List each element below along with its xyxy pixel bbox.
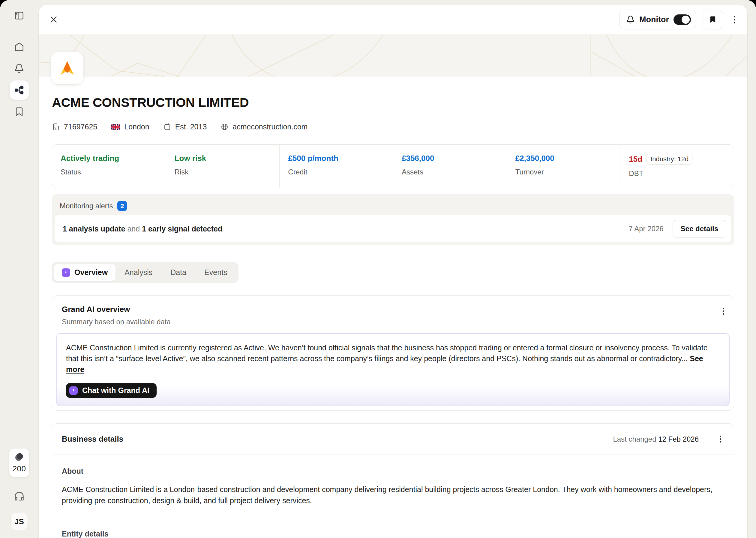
- stat-turnover: £2,350,000 Turnover: [507, 145, 620, 188]
- stats-bar: Actively trading Status Low risk Risk £5…: [52, 144, 734, 188]
- monitor-toggle[interactable]: [674, 15, 691, 25]
- bookmark-icon: [14, 107, 24, 117]
- sidebar-item-companies[interactable]: [10, 81, 29, 100]
- window-corner: [747, 0, 756, 9]
- tab-data[interactable]: Data: [162, 264, 195, 281]
- ai-card-title: Grand AI overview: [62, 305, 724, 314]
- stat-status: Actively trading Status: [52, 145, 166, 188]
- tab-label: Overview: [74, 268, 108, 277]
- header-banner: [39, 34, 747, 77]
- stat-dbt: 15d Industry: 12d DBT: [620, 145, 734, 188]
- stat-label: DBT: [629, 169, 726, 178]
- business-details-body: About ACME Construction Limited is a Lon…: [52, 455, 734, 538]
- calendar-icon: [163, 123, 171, 131]
- business-details-card: Business details Last changed 12 Feb 202…: [52, 423, 734, 538]
- banner-pattern: [39, 35, 747, 77]
- stat-value: Actively trading: [61, 154, 158, 163]
- globe-icon: [220, 123, 229, 131]
- sidebar-toggle-button[interactable]: [10, 6, 29, 25]
- arrow-logo-icon: [59, 59, 76, 77]
- page-title: ACME CONSTRUCTION LIMITED: [52, 95, 734, 110]
- ai-card-header: Grand AI overview Summary based on avail…: [52, 296, 734, 332]
- company-website[interactable]: acmeconstruction.com: [220, 123, 307, 131]
- window-corner: [0, 0, 9, 9]
- monitoring-alerts-header: Monitoring alerts 2: [55, 197, 731, 215]
- alert-date: 7 Apr 2026: [629, 225, 663, 233]
- stat-risk: Low risk Risk: [166, 145, 280, 188]
- content: ACME CONSTRUCTION LIMITED 71697625: [39, 95, 747, 538]
- sparkle-icon: [62, 268, 70, 277]
- entity-details-heading: Entity details: [62, 530, 724, 538]
- company-location: London: [111, 123, 149, 131]
- company-established-value: Est. 2013: [175, 123, 207, 131]
- company-number: 71697625: [52, 123, 97, 131]
- building-icon: [52, 123, 60, 131]
- close-icon: [50, 16, 58, 24]
- grand-ai-overview-card: Grand AI overview Summary based on avail…: [52, 296, 734, 411]
- stat-value: Low risk: [174, 154, 271, 163]
- company-location-value: London: [124, 123, 149, 131]
- user-avatar[interactable]: JS: [11, 513, 28, 530]
- alert-row[interactable]: 1 analysis update and 1 early signal det…: [55, 215, 731, 242]
- tab-overview[interactable]: Overview: [54, 264, 116, 281]
- company-logo: [51, 52, 84, 85]
- bell-icon: [14, 63, 24, 74]
- stat-label: Assets: [402, 168, 498, 176]
- business-details-title: Business details: [62, 434, 123, 444]
- support-button[interactable]: [13, 491, 25, 503]
- sidebar-item-home[interactable]: [10, 37, 29, 56]
- industry-dbt-badge: Industry: 12d: [646, 154, 692, 165]
- ai-card-subtitle: Summary based on available data: [62, 318, 724, 326]
- tab-analysis[interactable]: Analysis: [116, 264, 162, 281]
- topbar: Monitor: [39, 5, 747, 34]
- alert-summary: 1 analysis update and 1 early signal det…: [63, 225, 222, 233]
- chat-with-grand-ai-button[interactable]: Chat with Grand AI: [66, 383, 157, 398]
- chat-button-label: Chat with Grand AI: [82, 386, 149, 395]
- company-profile-panel: Monitor: [38, 4, 748, 538]
- panel-left-icon: [14, 11, 24, 21]
- company-established: Est. 2013: [163, 123, 207, 131]
- alert-summary-part2: 1 early signal detected: [142, 225, 222, 233]
- coin-icon: [14, 453, 24, 462]
- bell-icon: [626, 15, 635, 24]
- monitoring-alerts-title: Monitoring alerts: [60, 202, 113, 210]
- close-button[interactable]: [47, 13, 60, 26]
- hierarchy-icon: [14, 85, 24, 95]
- ai-summary-box: ACME Construction Limited is currently r…: [56, 333, 730, 406]
- sidebar-item-bookmarks[interactable]: [10, 102, 29, 121]
- uk-flag-icon: [111, 124, 120, 130]
- stat-label: Risk: [174, 168, 271, 176]
- stat-credit: £500 p/month Credit: [279, 145, 393, 188]
- tab-label: Events: [204, 268, 227, 277]
- ai-card-menu-button[interactable]: [720, 304, 727, 318]
- monitor-button[interactable]: Monitor: [619, 10, 696, 29]
- company-meta: 71697625 London: [52, 123, 734, 131]
- bookmark-button[interactable]: [703, 10, 723, 29]
- stat-value: £2,350,000: [515, 154, 612, 163]
- see-details-button[interactable]: See details: [673, 220, 726, 238]
- stat-value: £356,000: [402, 154, 498, 163]
- sidebar-nav: [10, 37, 29, 121]
- credits-widget[interactable]: 200: [9, 448, 29, 477]
- monitoring-alerts-panel: Monitoring alerts 2 1 analysis update an…: [52, 194, 734, 245]
- business-details-header: Business details Last changed 12 Feb 202…: [52, 424, 734, 455]
- business-details-menu-button[interactable]: [717, 432, 724, 446]
- monitor-label: Monitor: [639, 15, 669, 24]
- ai-summary-body: ACME Construction Limited is currently r…: [66, 344, 708, 363]
- sidebar-item-notifications[interactable]: [10, 59, 29, 78]
- stat-value: £500 p/month: [288, 154, 385, 163]
- tab-bar: Overview Analysis Data Events: [52, 262, 239, 283]
- about-heading: About: [62, 467, 724, 476]
- tab-label: Data: [170, 268, 186, 277]
- headphones-icon: [13, 491, 25, 503]
- sidebar: 200 JS: [0, 0, 38, 538]
- about-text: ACME Construction Limited is a London-ba…: [62, 484, 724, 506]
- last-changed: Last changed 12 Feb 2026: [613, 435, 699, 444]
- tab-events[interactable]: Events: [195, 264, 236, 281]
- sparkle-icon: [69, 386, 78, 395]
- company-website-value: acmeconstruction.com: [232, 123, 307, 131]
- alert-summary-connector: and: [125, 225, 142, 233]
- stat-value: 15d: [629, 155, 642, 164]
- stat-label: Turnover: [515, 168, 612, 176]
- more-options-button[interactable]: [731, 12, 738, 27]
